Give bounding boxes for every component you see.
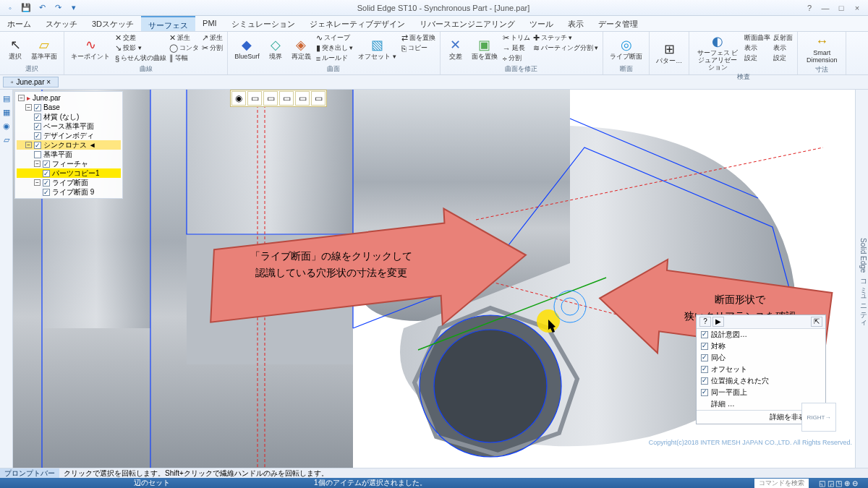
ctx-btn-2[interactable]: ▭ <box>247 91 262 106</box>
viewport[interactable]: ◉ ▭ ▭ ▭ ▭ ▭ 「ライブ断面」の線をクリックして 認識している穴形状の寸… <box>13 90 855 468</box>
tab-home[interactable]: ホーム <box>0 16 38 31</box>
tree-item[interactable]: −フィーチャ <box>17 159 121 168</box>
app-icon[interactable]: ◦ <box>4 2 16 14</box>
smartdim-button[interactable]: ↔Smart Dimension <box>802 33 841 65</box>
copy-cmd[interactable]: ⎘コピー <box>401 43 435 53</box>
tab-generative[interactable]: ジェネレーティブデザイン <box>302 16 412 31</box>
split2-cmd[interactable]: ÷分割 <box>503 53 530 63</box>
help-button[interactable]: ? <box>803 4 816 12</box>
replace-cmd[interactable]: ⇄面を置換 <box>401 33 435 43</box>
extend-cmd[interactable]: →延長 <box>503 43 530 53</box>
sensor-icon[interactable]: ◉ <box>3 121 10 131</box>
status-icons[interactable]: ◱ ◲ ◳ ⊕ ⊖ <box>809 479 868 487</box>
tab-pmi[interactable]: PMI <box>195 16 224 31</box>
set1-cmd[interactable]: 設定 <box>744 53 770 63</box>
ctx-btn-6[interactable]: ▭ <box>311 91 326 106</box>
contour-cmd[interactable]: ◯コンタ <box>169 43 199 53</box>
close-button[interactable]: × <box>851 4 864 12</box>
plane-icon[interactable]: ▱ <box>4 135 9 145</box>
boundary-button[interactable]: ◇境界 <box>265 33 286 64</box>
helix-cmd[interactable]: §らせん状の曲線 <box>115 53 166 63</box>
tree-item[interactable]: −ライブ断面 <box>17 178 121 187</box>
cross-cmd[interactable]: ✕派生 <box>169 33 199 43</box>
show2-cmd[interactable]: 表示 <box>773 43 793 53</box>
select-button[interactable]: ↖選択 <box>4 33 26 64</box>
svg-text:断面形状で: 断面形状で <box>715 294 766 305</box>
tree-item[interactable]: ベース基準平面 <box>17 121 121 131</box>
bluesurf-button[interactable]: ◆BlueSurf <box>232 33 262 64</box>
split-cmd[interactable]: ✂分割 <box>202 43 223 53</box>
ctx-btn-5[interactable]: ▭ <box>295 91 310 106</box>
tree-synchronous[interactable]: −シンクロナス ◄ <box>17 140 121 150</box>
project-cmd[interactable]: ↘投影 ▾ <box>115 43 166 53</box>
curvature-cmd[interactable]: 断面曲率 <box>744 33 770 43</box>
surfviz-button[interactable]: ◐サーフェス ビジュアリゼーション <box>694 33 741 72</box>
context-toolbar[interactable]: ◉ ▭ ▭ ▭ ▭ ▭ <box>230 90 327 107</box>
show1-cmd[interactable]: 表示 <box>744 43 770 53</box>
derive-cmd[interactable]: ↗派生 <box>202 33 223 43</box>
ctx-btn-4[interactable]: ▭ <box>279 91 294 106</box>
document-tab[interactable]: ▫June.par × <box>3 77 59 87</box>
equal-cmd[interactable]: ∥等幅 <box>169 53 199 63</box>
redo-icon[interactable]: ↷ <box>52 2 64 14</box>
livesection-button[interactable]: ◎ライブ断面 <box>608 33 644 64</box>
exchange-button[interactable]: ✕交差 <box>445 33 467 64</box>
undo-icon[interactable]: ↶ <box>36 2 48 14</box>
qat-more-icon[interactable]: ▾ <box>68 2 80 14</box>
tree-item[interactable]: −Base <box>17 103 121 112</box>
parting-cmd[interactable]: ≋パーティング分割 ▾ <box>533 43 599 53</box>
tree-item[interactable]: 材質 (なし) <box>17 112 121 121</box>
ruled-cmd[interactable]: ≡ルールド <box>316 53 354 63</box>
ctx-btn-3[interactable]: ▭ <box>263 91 278 106</box>
rel-concentric[interactable]: 同心 <box>697 352 825 364</box>
rel-coplanar[interactable]: 同一平面上 <box>697 387 825 398</box>
group-viz-label: 検査 <box>694 72 793 82</box>
group-modify-label: 曲面を修正 <box>445 64 599 74</box>
offset-button[interactable]: ▧オフセット ▾ <box>356 33 399 64</box>
refplane-button[interactable]: ▱基準平面 <box>29 33 59 64</box>
tab-sketch[interactable]: スケッチ <box>38 16 85 31</box>
tree-item[interactable]: デザインボディ <box>17 131 121 140</box>
right-panel-tab[interactable]: Solid Edge コミュニティ <box>855 90 868 468</box>
tab-view[interactable]: 表示 <box>561 16 591 31</box>
reflect-cmd[interactable]: 反射面 <box>773 33 793 43</box>
rel-header[interactable]: 設計意図… <box>697 329 825 341</box>
tree-partcopy[interactable]: パーツコピー1 <box>17 168 121 178</box>
tree-livesection9[interactable]: ライブ断面 9 <box>17 187 121 197</box>
command-search[interactable]: コマンドを検索 <box>754 479 809 488</box>
set2-cmd[interactable]: 設定 <box>773 53 793 63</box>
stitch-cmd[interactable]: ✚ステッチ ▾ <box>533 33 599 43</box>
rel-symmetric[interactable]: 対称 <box>697 341 825 352</box>
pattern-button[interactable]: ⊞パター… <box>654 33 684 74</box>
save-icon[interactable]: 💾 <box>20 2 32 14</box>
feature-tree[interactable]: −▸June.par −Base 材質 (なし) ベース基準平面 デザインボディ… <box>14 91 123 199</box>
rel-help-icon[interactable]: ? <box>699 317 711 327</box>
extrude-cmd[interactable]: ▮突き出し ▾ <box>316 43 354 53</box>
ctx-btn-1[interactable]: ◉ <box>231 91 246 106</box>
replaceface-button[interactable]: ▣面を置換 <box>469 33 500 64</box>
tree-root[interactable]: −▸June.par <box>17 93 121 103</box>
tree-item[interactable]: 基準平面 <box>17 150 121 159</box>
tree-icon[interactable]: ▤ <box>3 94 10 103</box>
trim-cmd[interactable]: ✂トリム <box>503 33 530 43</box>
minimize-button[interactable]: — <box>819 4 832 12</box>
ribbon: ↖選択 ▱基準平面 選択 ∿キーポイント ✕交差 ↘投影 ▾ §らせん状の曲線 … <box>0 32 868 75</box>
intersect-cmd[interactable]: ✕交差 <box>115 33 166 43</box>
rel-play-icon[interactable]: ▶ <box>712 317 724 327</box>
redefine-button[interactable]: ◈再定義 <box>289 33 313 64</box>
sweep-cmd[interactable]: ∿スイープ <box>316 33 354 43</box>
maximize-button[interactable]: □ <box>835 4 848 12</box>
tab-3dsketch[interactable]: 3Dスケッチ <box>85 16 141 31</box>
tab-data[interactable]: データ管理 <box>591 16 645 31</box>
callout-left: 「ライブ断面」の線をクリックして 認識している穴形状の寸法を変更 <box>208 213 534 338</box>
rel-offset[interactable]: オフセット <box>697 364 825 375</box>
view-cube[interactable]: RIGHT→ <box>801 403 836 432</box>
layers-icon[interactable]: ▦ <box>3 108 10 117</box>
tab-surface[interactable]: サーフェス <box>141 16 195 31</box>
tab-reverse[interactable]: リバースエンジニアリング <box>412 16 522 31</box>
keypoint-button[interactable]: ∿キーポイント <box>69 33 112 64</box>
rel-pin-icon[interactable]: ⇱ <box>811 317 822 327</box>
tab-simulation[interactable]: シミュレーション <box>224 16 302 31</box>
rel-alignedhole[interactable]: 位置揃えされた穴 <box>697 375 825 387</box>
tab-tools[interactable]: ツール <box>522 16 561 31</box>
